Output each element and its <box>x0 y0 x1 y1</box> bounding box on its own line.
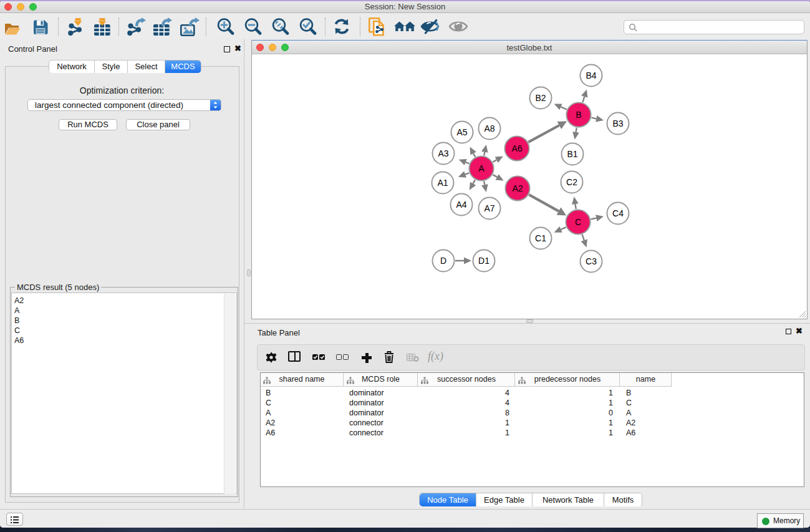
svg-text:B2: B2 <box>535 93 546 103</box>
svg-text:A2: A2 <box>512 183 523 193</box>
svg-text:D: D <box>440 256 446 266</box>
svg-text:A6: A6 <box>511 143 522 153</box>
svg-text:D1: D1 <box>478 256 489 266</box>
svg-text:C2: C2 <box>566 177 577 187</box>
svg-text:A1: A1 <box>437 178 448 188</box>
svg-text:A7: A7 <box>484 203 494 213</box>
svg-text:C4: C4 <box>612 208 624 218</box>
svg-text:A8: A8 <box>484 123 494 133</box>
svg-text:A: A <box>478 163 485 173</box>
svg-text:C3: C3 <box>586 256 597 266</box>
svg-text:A5: A5 <box>456 127 467 137</box>
svg-text:C1: C1 <box>535 233 546 243</box>
svg-text:B4: B4 <box>586 70 596 80</box>
svg-text:A4: A4 <box>456 200 466 210</box>
svg-text:A3: A3 <box>438 148 448 158</box>
svg-text:B1: B1 <box>567 149 577 159</box>
svg-text:B3: B3 <box>612 118 623 128</box>
svg-text:B: B <box>576 110 581 120</box>
svg-text:C: C <box>575 217 581 227</box>
